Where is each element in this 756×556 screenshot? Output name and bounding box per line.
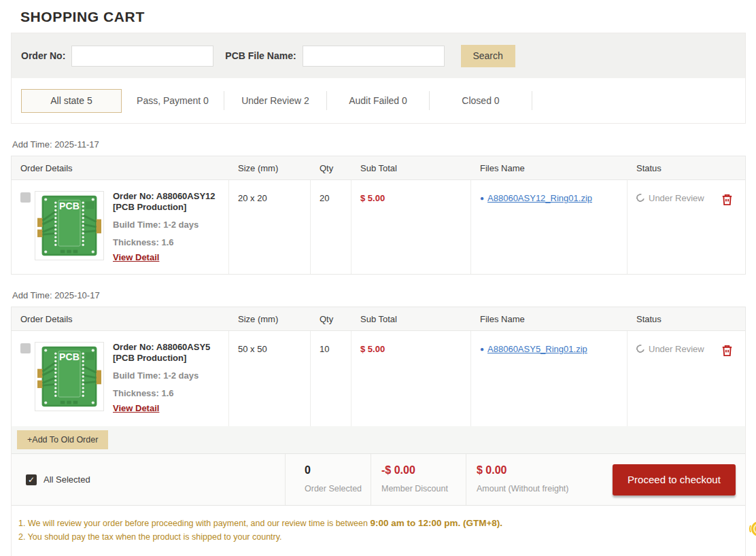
- delete-trash-icon[interactable]: [721, 344, 734, 358]
- status-cell: Under Review: [628, 331, 745, 426]
- cart-table: Order Details Size (mm) Qty Sub Total Fi…: [11, 307, 746, 426]
- product-type: [PCB Production]: [113, 353, 210, 364]
- thickness: Thickness: 1.6: [113, 388, 210, 399]
- thickness: Thickness: 1.6: [113, 237, 216, 248]
- build-time: Build Time: 1-2 days: [113, 220, 216, 230]
- order-no-input[interactable]: [71, 46, 213, 67]
- file-bullet-icon: ●: [480, 345, 484, 353]
- status-cell: Under Review: [628, 180, 745, 274]
- all-selected-checkbox[interactable]: ✓: [26, 474, 37, 485]
- pcb-thumbnail[interactable]: PCB: [35, 342, 104, 411]
- status-badge: Under Review: [649, 344, 704, 354]
- order-info: Order No: A88060ASY5 [PCB Production] Bu…: [113, 342, 210, 426]
- cart-footer: +Add To Old Order ✓ All Selected 0 Order…: [11, 426, 746, 556]
- order-info: Order No: A88060ASY12 [PCB Production] B…: [113, 191, 216, 274]
- note-line-1: 1. We will review your order before proc…: [18, 517, 737, 530]
- member-discount-label: Member Discount: [381, 484, 466, 493]
- row-checkbox[interactable]: [20, 343, 31, 353]
- add-time-label: Add Time: 2025-11-17: [12, 139, 746, 150]
- member-discount-cell: -$ 0.00 Member Discount: [371, 454, 466, 505]
- col-status: Status: [628, 314, 745, 324]
- add-old-order-strip: +Add To Old Order: [12, 426, 745, 453]
- add-time-label: Add Time: 2025-10-17: [12, 290, 746, 300]
- view-detail-link[interactable]: View Detail: [113, 252, 159, 263]
- tab-pass-payment[interactable]: Pass, Payment 0: [122, 95, 224, 106]
- under-review-spinner-icon: [635, 343, 646, 354]
- search-and-tabs-panel: Order No: PCB File Name: Search All stat…: [11, 33, 746, 124]
- col-qty: Qty: [311, 314, 351, 324]
- col-files-name: Files Name: [471, 314, 628, 324]
- under-review-spinner-icon: [635, 192, 646, 203]
- qty-cell: 10: [311, 331, 351, 426]
- delete-trash-icon[interactable]: [721, 193, 734, 207]
- amount-cell: $ 0.00 Amount (Without freight): [466, 454, 606, 505]
- pcb-file-name-label: PCB File Name:: [225, 50, 296, 61]
- col-order-details: Order Details: [12, 314, 229, 324]
- order-no: Order No: A88060ASY12: [113, 191, 216, 202]
- sub-total-value: $ 5.00: [360, 344, 385, 354]
- tab-closed[interactable]: Closed 0: [430, 95, 532, 106]
- review-notes: 1. We will review your order before proc…: [12, 506, 745, 556]
- shopping-cart-page: SHOPPING CART Order No: PCB File Name: S…: [11, 0, 746, 556]
- pcb-board-image: PCB: [37, 345, 101, 409]
- sub-total-value: $ 5.00: [360, 193, 385, 203]
- tab-divider: [532, 91, 532, 110]
- col-size: Size (mm): [229, 314, 311, 324]
- table-header-row: Order Details Size (mm) Qty Sub Total Fi…: [12, 156, 745, 180]
- file-bullet-icon: ●: [480, 194, 484, 202]
- order-details-cell: PCB Order No: A88060ASY12 [PCB Productio…: [12, 180, 229, 274]
- build-time: Build Time: 1-2 days: [113, 370, 210, 381]
- page-title: SHOPPING CART: [11, 0, 746, 33]
- order-no: Order No: A88060ASY5: [113, 342, 210, 353]
- review-time-bold: 9:00 am to 12:00 pm. (GTM+8).: [370, 518, 502, 528]
- order-no-label: Order No:: [21, 50, 65, 61]
- search-button[interactable]: Search: [461, 45, 515, 67]
- svg-text:PCB: PCB: [59, 351, 80, 362]
- order-selected-cell: 0 Order Selected: [285, 454, 371, 505]
- add-to-old-order-button[interactable]: +Add To Old Order: [17, 430, 108, 449]
- amount-value: $ 0.00: [477, 464, 606, 476]
- file-cell: ●A88060ASY5_Ring01.zip: [471, 331, 628, 426]
- status-badge: Under Review: [649, 193, 704, 203]
- all-selected-label: All Selected: [44, 474, 90, 485]
- col-status: Status: [628, 163, 745, 173]
- tab-audit-failed[interactable]: Audit Failed 0: [327, 95, 429, 106]
- proceed-to-checkout-button[interactable]: Proceed to checkout: [613, 464, 736, 496]
- order-selected-count: 0: [305, 464, 371, 476]
- search-bar: Order No: PCB File Name: Search: [12, 33, 745, 78]
- tab-under-review[interactable]: Under Review 2: [224, 95, 326, 106]
- col-sub-total: Sub Total: [351, 314, 471, 324]
- size-cell: 50 x 50: [229, 331, 311, 426]
- qty-cell: 20: [311, 180, 351, 274]
- col-sub-total: Sub Total: [351, 163, 471, 173]
- amount-label: Amount (Without freight): [477, 484, 606, 493]
- pcb-thumbnail[interactable]: PCB: [35, 191, 104, 260]
- product-type: [PCB Production]: [113, 202, 216, 213]
- order-selected-label: Order Selected: [305, 484, 371, 493]
- table-header-row: Order Details Size (mm) Qty Sub Total Fi…: [12, 307, 745, 331]
- view-detail-link[interactable]: View Detail: [113, 403, 159, 414]
- summary-bar: ✓ All Selected 0 Order Selected -$ 0.00 …: [12, 453, 745, 506]
- row-checkbox[interactable]: [20, 192, 31, 203]
- size-cell: 20 x 20: [229, 180, 311, 274]
- pcb-file-name-input[interactable]: [303, 46, 445, 67]
- file-link[interactable]: A88060ASY12_Ring01.zip: [487, 193, 592, 203]
- svg-text:PCB: PCB: [59, 201, 80, 211]
- col-order-details: Order Details: [12, 163, 229, 173]
- tab-all-state[interactable]: All state 5: [21, 89, 122, 113]
- file-cell: ●A88060ASY12_Ring01.zip: [471, 180, 628, 274]
- cart-table: Order Details Size (mm) Qty Sub Total Fi…: [11, 156, 746, 275]
- all-selected-cell: ✓ All Selected: [12, 454, 285, 505]
- col-files-name: Files Name: [471, 163, 628, 173]
- col-size: Size (mm): [229, 163, 311, 173]
- order-details-cell: PCB Order No: A88060ASY5 [PCB Production…: [12, 331, 229, 426]
- table-row: PCB Order No: A88060ASY5 [PCB Production…: [12, 331, 745, 426]
- member-discount-value: -$ 0.00: [381, 464, 466, 476]
- pcb-board-image: PCB: [37, 194, 101, 258]
- col-qty: Qty: [311, 163, 351, 173]
- table-row: PCB Order No: A88060ASY12 [PCB Productio…: [12, 180, 745, 274]
- floating-gold-widget-icon[interactable]: [749, 517, 756, 542]
- note-line-2: 2. You should pay the tax when the produ…: [18, 530, 737, 544]
- status-filter-tabs: All state 5 Pass, Payment 0 Under Review…: [12, 78, 745, 123]
- file-link[interactable]: A88060ASY5_Ring01.zip: [487, 344, 587, 354]
